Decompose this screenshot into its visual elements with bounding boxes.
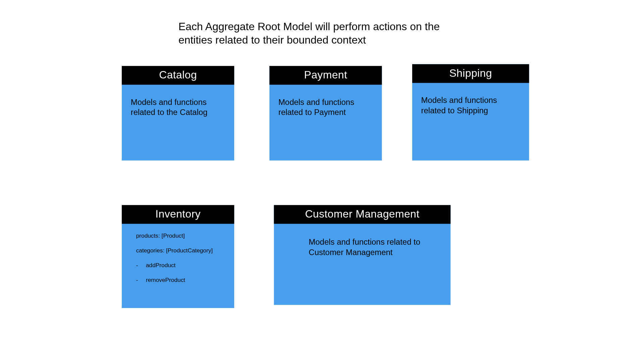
customer-management-body: Models and functions related to Customer…: [274, 224, 451, 266]
inventory-row: addProduct: [136, 258, 225, 273]
inventory-box: Inventory products: [Product] categories…: [122, 205, 234, 308]
inventory-row: products: [Product]: [136, 228, 225, 243]
inventory-row: removeProduct: [136, 273, 225, 287]
catalog-box: Catalog Models and functions related to …: [122, 66, 234, 161]
inventory-row: categories: [ProductCategory]: [136, 243, 225, 258]
diagram-title: Each Aggregate Root Model will perform a…: [178, 20, 473, 47]
catalog-header: Catalog: [122, 66, 234, 85]
payment-box: Payment Models and functions related to …: [269, 66, 382, 161]
inventory-header: Inventory: [122, 205, 234, 224]
inventory-body: products: [Product] categories: [Product…: [122, 224, 234, 295]
catalog-body: Models and functions related to the Cata…: [122, 85, 234, 126]
customer-management-box: Customer Management Models and functions…: [274, 205, 451, 305]
shipping-header: Shipping: [412, 64, 529, 83]
shipping-box: Shipping Models and functions related to…: [412, 64, 529, 161]
shipping-body: Models and functions related to Shipping: [412, 83, 529, 124]
payment-body: Models and functions related to Payment: [269, 85, 382, 126]
customer-management-header: Customer Management: [274, 205, 451, 224]
payment-header: Payment: [269, 66, 382, 85]
